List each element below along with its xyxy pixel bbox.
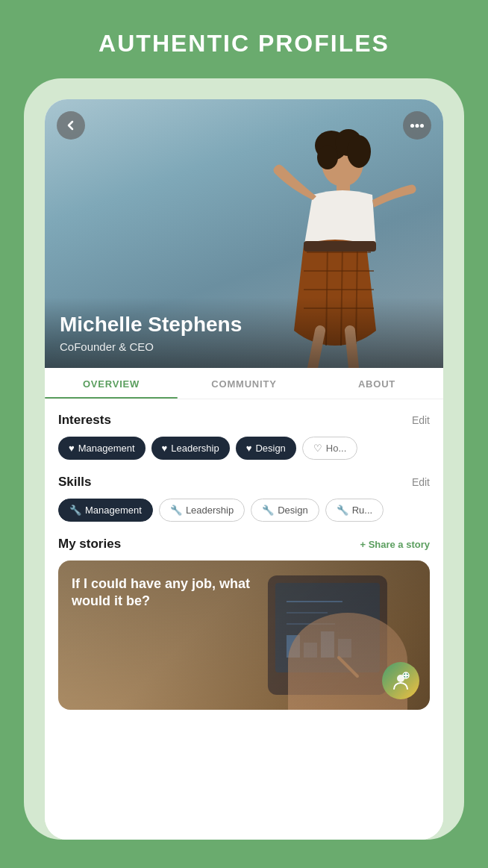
story-question: If I could have any job, what would it b… bbox=[72, 575, 278, 611]
chip-label: Management bbox=[78, 443, 135, 454]
chip-label: Management bbox=[85, 505, 142, 516]
tab-about[interactable]: ABOUT bbox=[310, 368, 443, 399]
tab-community[interactable]: COMMUNITY bbox=[178, 368, 310, 399]
hero-overlay: Michelle Stephens CoFounder & CEO bbox=[45, 297, 443, 368]
story-card[interactable]: If I could have any job, what would it b… bbox=[58, 561, 430, 710]
share-story-button[interactable]: + Share a story bbox=[360, 539, 430, 550]
skills-chips-row: 🔧 Management 🔧 Leadership 🔧 Design 🔧 Ru.… bbox=[58, 499, 430, 522]
interest-chip-leadership[interactable]: ♥ Leadership bbox=[151, 437, 230, 460]
svg-point-7 bbox=[410, 124, 414, 128]
skill-chip-management[interactable]: 🔧 Management bbox=[58, 499, 153, 522]
interests-title: Interests bbox=[58, 413, 111, 428]
svg-point-3 bbox=[347, 135, 371, 168]
chip-label: Ru... bbox=[352, 505, 372, 516]
skills-header: Skills Edit bbox=[58, 475, 430, 490]
content-area: Interests Edit ♥ Management ♥ Leadership… bbox=[45, 399, 443, 840]
more-options-button[interactable] bbox=[403, 111, 431, 140]
stories-title: My stories bbox=[58, 537, 121, 552]
skill-chip-design[interactable]: 🔧 Design bbox=[251, 499, 319, 522]
heart-outline-icon: ♡ bbox=[313, 443, 322, 454]
wrench-icon: 🔧 bbox=[170, 505, 182, 516]
interest-chip-more[interactable]: ♡ Ho... bbox=[302, 437, 357, 460]
chip-label: Design bbox=[255, 443, 285, 454]
story-text-overlay: If I could have any job, what would it b… bbox=[58, 561, 430, 710]
hero-section: Michelle Stephens CoFounder & CEO bbox=[45, 99, 443, 368]
wrench-icon: 🔧 bbox=[337, 505, 348, 516]
wrench-icon: 🔧 bbox=[69, 505, 81, 516]
stories-header: My stories + Share a story bbox=[58, 537, 430, 552]
chip-label: Leadership bbox=[171, 443, 219, 454]
back-button[interactable] bbox=[57, 111, 85, 140]
chip-label: Ho... bbox=[326, 443, 346, 454]
tab-overview[interactable]: OVERVIEW bbox=[45, 368, 178, 399]
chip-label: Design bbox=[278, 505, 307, 516]
skills-edit-button[interactable]: Edit bbox=[412, 476, 430, 488]
interests-header: Interests Edit bbox=[58, 413, 430, 428]
interest-chip-management[interactable]: ♥ Management bbox=[58, 437, 146, 460]
phone-screen: Michelle Stephens CoFounder & CEO OVERVI… bbox=[45, 99, 443, 840]
skills-title: Skills bbox=[58, 475, 91, 490]
svg-point-8 bbox=[416, 124, 419, 128]
chip-label: Leadership bbox=[186, 505, 234, 516]
skill-chip-more[interactable]: 🔧 Ru... bbox=[325, 499, 384, 522]
phone-wrapper: Michelle Stephens CoFounder & CEO OVERVI… bbox=[24, 78, 464, 840]
story-avatar-button[interactable] bbox=[382, 662, 419, 699]
interests-chips-row: ♥ Management ♥ Leadership ♥ Design ♡ Ho.… bbox=[58, 437, 430, 460]
svg-rect-6 bbox=[304, 241, 376, 252]
page-title: AUTHENTIC PROFILES bbox=[98, 30, 390, 57]
heart-filled-icon: ♥ bbox=[246, 443, 252, 454]
heart-filled-icon: ♥ bbox=[69, 443, 75, 454]
skill-chip-leadership[interactable]: 🔧 Leadership bbox=[159, 499, 245, 522]
wrench-icon: 🔧 bbox=[262, 505, 274, 516]
hero-name: Michelle Stephens bbox=[60, 312, 428, 337]
interest-chip-design[interactable]: ♥ Design bbox=[236, 437, 296, 460]
tab-active-indicator bbox=[45, 397, 178, 399]
heart-filled-icon: ♥ bbox=[162, 443, 168, 454]
svg-point-4 bbox=[317, 146, 338, 169]
tabs-bar: OVERVIEW COMMUNITY ABOUT bbox=[45, 368, 443, 399]
svg-point-9 bbox=[420, 124, 424, 128]
interests-edit-button[interactable]: Edit bbox=[412, 414, 430, 426]
hero-job-title: CoFounder & CEO bbox=[60, 340, 428, 353]
